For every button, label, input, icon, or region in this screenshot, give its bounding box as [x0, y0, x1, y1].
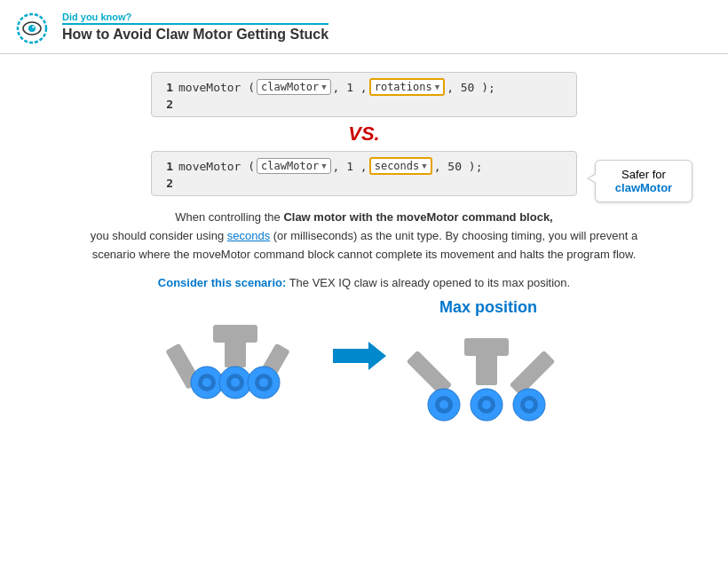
dropdown-arrow-rot: ▼: [435, 83, 439, 91]
code-block-2-wrapper: 1 moveMotor ( clawMotor ▼ , 1 , seconds …: [151, 151, 577, 196]
header: Did you know? How to Avoid Claw Motor Ge…: [0, 0, 728, 54]
suffix-2: , 50 );: [434, 160, 483, 173]
svg-rect-7: [225, 341, 246, 367]
comma-1: , 1 ,: [333, 81, 368, 94]
seconds-label: seconds: [375, 160, 420, 172]
dropdown-arrow-1: ▼: [321, 83, 326, 91]
code-line-1-seconds: 1 moveMotor ( clawMotor ▼ , 1 , seconds …: [161, 157, 567, 175]
svg-point-14: [202, 378, 211, 387]
clawmotor-dropdown-2[interactable]: clawMotor ▼: [257, 158, 330, 174]
logo: [12, 7, 51, 46]
movemotor-prefix-1: moveMotor (: [178, 81, 255, 94]
claw-max-svg: [395, 320, 582, 427]
callout-arrow-inner: [589, 174, 597, 183]
header-text: Did you know? How to Avoid Claw Motor Ge…: [62, 12, 328, 43]
dropdown-arrow-sec: ▼: [422, 162, 426, 170]
left-claw-container: [146, 298, 324, 414]
clawmotor-label-1: clawMotor: [261, 81, 319, 93]
max-position-label: Max position: [439, 298, 537, 317]
scenario-text: Consider this scenario: The VEX IQ claw …: [27, 276, 701, 289]
svg-point-16: [259, 378, 268, 387]
svg-point-30: [525, 400, 534, 409]
svg-point-15: [231, 378, 240, 387]
suffix-1: , 50 );: [447, 81, 495, 94]
svg-marker-17: [333, 342, 386, 370]
comma-2: , 1 ,: [333, 160, 368, 173]
illustration-section: Max position: [27, 298, 701, 427]
callout-highlight: clawMotor: [615, 181, 672, 194]
rotations-label: rotations: [375, 81, 432, 93]
code-block-rotations: 1 moveMotor ( clawMotor ▼ , 1 , rotation…: [151, 72, 577, 117]
desc-part1: When controlling the: [175, 210, 283, 224]
claw-open-svg: [146, 298, 324, 414]
scenario-body: The VEX IQ claw is already opened to its…: [286, 276, 570, 289]
clawmotor-dropdown-1[interactable]: clawMotor ▼: [257, 79, 330, 95]
code-line-2-rotations: 2: [161, 98, 567, 111]
did-you-know-label: Did you know?: [62, 12, 328, 25]
movemotor-prefix-2: moveMotor (: [178, 160, 255, 173]
svg-point-3: [32, 26, 34, 28]
eye-icon: [12, 7, 51, 46]
svg-point-28: [439, 400, 448, 409]
line-number-1: 1: [161, 81, 173, 94]
code-line-1-rotations: 1 moveMotor ( clawMotor ▼ , 1 , rotation…: [161, 78, 567, 96]
arrow-container: [333, 298, 386, 414]
code-line-2-seconds: 2: [161, 177, 567, 190]
clawmotor-label-2: clawMotor: [261, 160, 319, 172]
line-number-1b: 1: [161, 160, 173, 173]
line-number-2b: 2: [161, 177, 173, 190]
svg-rect-20: [464, 338, 509, 356]
description-text: When controlling the Claw motor with the…: [80, 209, 648, 264]
line-number-2: 2: [161, 98, 173, 111]
callout-text: Safer for: [621, 168, 666, 181]
svg-point-2: [28, 25, 36, 32]
right-claw-container: Max position: [395, 298, 582, 427]
desc-link[interactable]: seconds: [227, 229, 270, 242]
seconds-dropdown[interactable]: seconds ▼: [369, 157, 432, 175]
page-title: How to Avoid Claw Motor Getting Stuck: [62, 27, 328, 43]
main-content: 1 moveMotor ( clawMotor ▼ , 1 , rotation…: [0, 54, 728, 436]
svg-rect-6: [213, 325, 257, 343]
code-comparison: 1 moveMotor ( clawMotor ▼ , 1 , rotation…: [27, 72, 701, 196]
vs-label: VS.: [348, 122, 379, 146]
desc-part2: you should consider using: [91, 229, 227, 242]
code-block-seconds: 1 moveMotor ( clawMotor ▼ , 1 , seconds …: [151, 151, 577, 196]
dropdown-arrow-2: ▼: [321, 162, 326, 170]
scenario-label: Consider this scenario:: [158, 276, 286, 289]
desc-bold1: Claw motor with the moveMotor command bl…: [283, 210, 552, 224]
svg-rect-21: [476, 354, 497, 385]
rotations-dropdown[interactable]: rotations ▼: [369, 78, 445, 96]
callout-bubble: Safer for clawMotor: [595, 160, 692, 202]
svg-point-29: [482, 400, 491, 409]
arrow-svg: [333, 338, 386, 374]
